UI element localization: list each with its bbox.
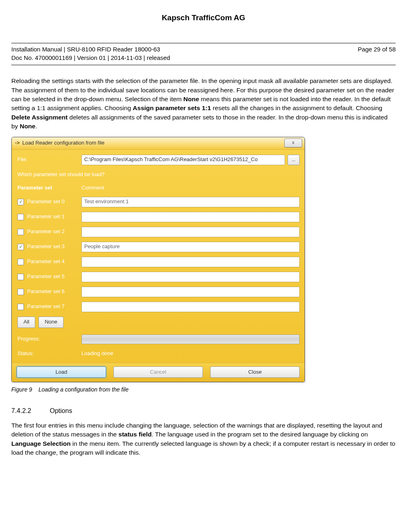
- param-comment-input[interactable]: [81, 212, 300, 222]
- p2-t2: . The language used in the program set t…: [151, 431, 368, 438]
- close-icon: x: [292, 139, 294, 146]
- param-comment-input[interactable]: [81, 257, 300, 267]
- dialog-title: Load Reader configuration from file: [22, 139, 104, 147]
- param-checkbox[interactable]: [17, 289, 24, 295]
- file-label: File:: [17, 156, 81, 164]
- param-comment-input[interactable]: [81, 302, 300, 312]
- page-indicator: Page 29 of 58: [358, 45, 396, 63]
- file-path-input[interactable]: C:\Program Files\Kapsch TrafficCom AG\Re…: [81, 155, 285, 165]
- param-checkbox[interactable]: [17, 229, 24, 235]
- param-row: Parameter set 5: [17, 272, 300, 282]
- figure-text: Loading a configuration from the file: [38, 386, 129, 393]
- param-label: Parameter set 5: [27, 273, 81, 281]
- param-comment-input[interactable]: [81, 287, 300, 297]
- dialog-footer: Load Cancel Close: [12, 363, 305, 382]
- param-checkbox[interactable]: [17, 259, 24, 265]
- p1-t4: deletes all assignments of the saved par…: [11, 114, 388, 130]
- arrow-icon: ->: [15, 139, 20, 147]
- p1-b1: None: [183, 96, 199, 102]
- paragraph-2: The first four entries in this menu incl…: [11, 421, 396, 458]
- param-checkbox[interactable]: [17, 304, 24, 310]
- progress-label: Progress:: [17, 335, 81, 343]
- param-row: ✓Parameter set 3People capture: [17, 242, 300, 252]
- p1-b2: Assign parameter sets 1:1: [133, 104, 211, 111]
- p1-b3: Delete Assignment: [11, 114, 68, 121]
- section-title: Options: [50, 407, 72, 414]
- progress-bar: [81, 334, 300, 344]
- select-none-button[interactable]: None: [38, 317, 63, 328]
- load-config-dialog: -> Load Reader configuration from file x…: [11, 137, 305, 383]
- p1-b4: None: [20, 123, 36, 130]
- param-label: Parameter set 4: [27, 258, 81, 266]
- param-comment-input[interactable]: People capture: [81, 242, 300, 252]
- window-close-button[interactable]: x: [284, 138, 302, 147]
- figure-number: Figure 9: [11, 386, 32, 393]
- param-rows-container: ✓Parameter set 0Test environment 1Parame…: [17, 197, 300, 312]
- figure-caption: Figure 9 Loading a configuration from th…: [11, 385, 396, 394]
- param-header-row: Parameter set Comment: [17, 184, 300, 192]
- close-button[interactable]: Close: [210, 366, 300, 378]
- param-label: Parameter set 7: [27, 303, 81, 311]
- param-row: Parameter set 6: [17, 287, 300, 297]
- param-row: Parameter set 4: [17, 257, 300, 267]
- status-value: Loading done: [81, 350, 113, 358]
- param-row: Parameter set 7: [17, 302, 300, 312]
- p1-t5: .: [35, 123, 37, 130]
- param-label: Parameter set 1: [27, 213, 81, 221]
- cancel-button[interactable]: Cancel: [113, 366, 203, 378]
- param-checkbox[interactable]: [17, 214, 24, 220]
- param-row: Parameter set 2: [17, 227, 300, 237]
- param-checkbox[interactable]: ✓: [17, 199, 24, 205]
- browse-button[interactable]: ...: [288, 155, 300, 165]
- param-checkbox[interactable]: [17, 274, 24, 280]
- param-label: Parameter set 2: [27, 228, 81, 236]
- p1-t3: resets all the changes in the assignment…: [211, 104, 382, 111]
- param-label: Parameter set 3: [27, 243, 81, 251]
- param-comment-input[interactable]: [81, 272, 300, 282]
- status-label: Status:: [17, 350, 81, 358]
- param-label: Parameter set 0: [27, 198, 81, 206]
- dialog-titlebar[interactable]: -> Load Reader configuration from file x: [12, 137, 305, 150]
- dialog-body: File: C:\Program Files\Kapsch TrafficCom…: [12, 150, 305, 363]
- p2-b1: status field: [119, 431, 152, 438]
- p2-b2: Language Selection: [11, 440, 70, 447]
- param-checkbox[interactable]: ✓: [17, 244, 24, 250]
- param-row: ✓Parameter set 0Test environment 1: [17, 197, 300, 207]
- paragraph-1: Reloading the settings starts with the s…: [11, 77, 396, 131]
- col-comment: Comment: [81, 184, 104, 192]
- param-comment-input[interactable]: [81, 227, 300, 237]
- param-row: Parameter set 1: [17, 212, 300, 222]
- select-all-button[interactable]: All: [17, 317, 35, 328]
- load-button[interactable]: Load: [17, 366, 106, 378]
- question-label: Which parameter set should be load?: [17, 171, 300, 179]
- company-title: Kapsch TrafficCom AG: [11, 12, 396, 23]
- section-number: 7.4.2.2: [11, 406, 50, 415]
- doc-header: Installation Manual | SRU-8100 RFID Read…: [11, 43, 396, 66]
- header-line-2: Doc No. 47000001169 | Version 01 | 2014-…: [11, 53, 170, 62]
- param-comment-input[interactable]: Test environment 1: [81, 197, 300, 207]
- col-parameter-set: Parameter set: [17, 184, 81, 192]
- section-heading: 7.4.2.2Options: [11, 406, 396, 415]
- header-line-1: Installation Manual | SRU-8100 RFID Read…: [11, 45, 170, 54]
- param-label: Parameter set 6: [27, 288, 81, 296]
